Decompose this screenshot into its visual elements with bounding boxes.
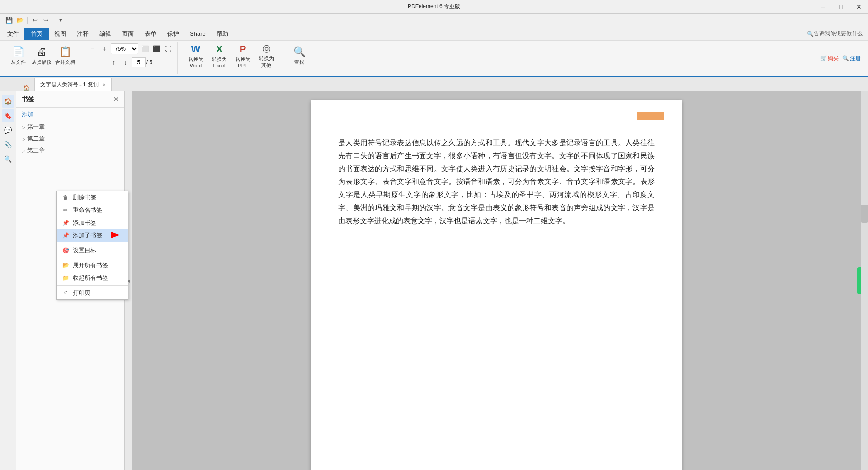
register-button[interactable]: 🔍 注册 <box>842 55 861 62</box>
from-file-label: 从文件 <box>11 59 26 66</box>
convert-buttons: W 转换为Word X 转换为Excel P 转换为PPT ◎ 转换为其他 <box>185 43 277 68</box>
ribbon: 📄 从文件 🖨 从扫描仪 📋 合并文档 − + 75% 50% 100% 125… <box>0 41 868 77</box>
ctx-delete-label: 删除书签 <box>73 193 96 202</box>
merge-docs-button[interactable]: 📋 合并文档 <box>54 43 76 68</box>
right-scrollbar[interactable] <box>861 91 868 470</box>
strip-attach-button[interactable]: 📎 <box>2 138 14 151</box>
redo-button[interactable]: ↪ <box>40 15 51 26</box>
strip-search-button[interactable]: 🔍 <box>2 153 14 165</box>
from-scanner-button[interactable]: 🖨 从扫描仪 <box>31 43 52 68</box>
full-screen-button[interactable]: ⛶ <box>163 43 174 54</box>
ribbon-group-search: 🔍 查找 <box>285 42 314 74</box>
ribbon-nav-buttons: − + 75% 50% 100% 125% 150% ⬜ ⬛ ⛶ <box>87 43 174 54</box>
zoom-select[interactable]: 75% 50% 100% 125% 150% <box>111 43 138 54</box>
rename-icon: ✏ <box>62 207 69 214</box>
add-icon: 📌 <box>62 219 69 226</box>
menu-file[interactable]: 文件 <box>2 28 24 40</box>
ctx-rename-label: 重命名书签 <box>73 206 102 214</box>
tab-add-button[interactable]: + <box>112 79 124 91</box>
window-title: PDFelement 6 专业版 <box>408 3 460 10</box>
expand-icon: ▷ <box>22 125 25 130</box>
undo-button[interactable]: ↩ <box>29 15 40 26</box>
save-button[interactable]: 💾 <box>4 15 14 26</box>
ribbon-group-nav: − + 75% 50% 100% 125% 150% ⬜ ⬛ ⛶ ↑ ↓ / 5 <box>84 42 178 74</box>
pdf-page: 是人类用符号记录表达信息以传之久远的方式和工具。现代文字大多是记录语言的工具。人… <box>311 100 682 470</box>
bookmark-item-chapter1[interactable]: ▷ 第一章 <box>16 121 124 133</box>
window-controls: ─ □ ✕ <box>814 0 868 14</box>
ppt-icon: P <box>240 43 246 55</box>
menu-share[interactable]: Share <box>184 28 211 39</box>
purchase-button[interactable]: 🛒 购买 <box>820 55 839 62</box>
register-icon: 🔍 <box>842 55 849 61</box>
bookmark-label: 第二章 <box>27 135 45 143</box>
from-file-button[interactable]: 📄 从文件 <box>7 43 29 68</box>
close-button[interactable]: ✕ <box>850 0 868 14</box>
ctx-collapse-all[interactable]: 📁 收起所有书签 <box>57 272 128 284</box>
menu-view[interactable]: 视图 <box>49 28 71 40</box>
search-icon: 🔍 <box>293 46 306 58</box>
menu-help[interactable]: 帮助 <box>211 28 234 40</box>
bookmark-item-chapter2[interactable]: ▷ 第二章 <box>16 133 124 145</box>
fit-width-button[interactable]: ⬛ <box>151 43 162 54</box>
scrollbar-thumb[interactable] <box>861 205 868 223</box>
search-button[interactable]: 🔍 查找 <box>288 43 310 68</box>
ctx-collapse-all-label: 收起所有书签 <box>73 274 108 282</box>
convert-to-excel-button[interactable]: X 转换为Excel <box>208 43 230 68</box>
sidebar-close-button[interactable]: ✕ <box>113 95 119 103</box>
ctx-delete-bookmark[interactable]: 🗑 删除书签 <box>57 191 128 204</box>
ctx-rename-bookmark[interactable]: ✏ 重命名书签 <box>57 204 128 216</box>
open-button[interactable]: 📂 <box>14 15 25 26</box>
ctx-set-target[interactable]: 🎯 设置目标 <box>57 244 128 257</box>
tab-document[interactable]: 文字是人类符号...1-复制 ✕ <box>34 78 112 91</box>
ctx-add-bookmark[interactable]: 📌 添加书签 <box>57 216 128 229</box>
register-label: 注册 <box>850 55 861 62</box>
next-page-button[interactable]: ↓ <box>120 57 131 68</box>
ribbon-group-file: 📄 从文件 🖨 从扫描仪 📋 合并文档 <box>4 42 80 74</box>
pdf-annotation <box>637 112 664 120</box>
menu-ask[interactable]: 🔍 告诉我你想要做什么 <box>803 30 866 38</box>
strip-bookmark-button[interactable]: 🔖 <box>2 109 14 122</box>
menu-page[interactable]: 页面 <box>117 28 139 40</box>
tab-bar-home[interactable]: 🏠 <box>18 85 34 91</box>
target-icon: 🎯 <box>62 247 69 254</box>
convert-to-other-button[interactable]: ◎ 转换为其他 <box>255 43 277 68</box>
expand-icon: ▷ <box>22 136 25 141</box>
zoom-in-button[interactable]: + <box>99 43 110 54</box>
convert-to-word-button[interactable]: W 转换为Word <box>185 43 207 68</box>
title-bar: PDFelement 6 专业版 ─ □ ✕ <box>0 0 868 14</box>
menu-form[interactable]: 表单 <box>139 28 162 40</box>
ctx-print-label: 打印页 <box>73 289 90 297</box>
fit-page-button[interactable]: ⬜ <box>139 43 150 54</box>
menu-edit[interactable]: 编辑 <box>94 28 117 40</box>
zoom-out-button[interactable]: − <box>87 43 98 54</box>
maximize-button[interactable]: □ <box>832 0 850 14</box>
add-child-icon: 📌 <box>62 232 69 239</box>
bookmark-item-chapter3[interactable]: ▷ 第三章 <box>16 145 124 156</box>
convert-ppt-label: 转换为PPT <box>236 56 250 68</box>
more-button[interactable]: ▾ <box>55 15 66 26</box>
pdf-text-content: 是人类用符号记录表达信息以传之久远的方式和工具。现代文字大多是记录语言的工具。人… <box>338 136 655 228</box>
ctx-separator <box>57 258 128 258</box>
menu-home[interactable]: 首页 <box>24 28 49 40</box>
merge-docs-icon: 📋 <box>59 46 71 58</box>
strip-home-button[interactable]: 🏠 <box>2 95 14 108</box>
convert-to-ppt-button[interactable]: P 转换为PPT <box>232 43 254 68</box>
menu-annotation[interactable]: 注释 <box>71 28 94 40</box>
strip-comment-button[interactable]: 💬 <box>2 124 14 136</box>
ask-label: 告诉我你想要做什么 <box>814 30 863 38</box>
menu-protect[interactable]: 保护 <box>162 28 184 40</box>
sidebar-title: 书签 <box>22 95 34 103</box>
right-accent-bar[interactable] <box>857 267 861 294</box>
minimize-button[interactable]: ─ <box>814 0 832 14</box>
ribbon-group-convert: W 转换为Word X 转换为Excel P 转换为PPT ◎ 转换为其他 <box>181 42 281 74</box>
ctx-expand-all[interactable]: 📂 展开所有书签 <box>57 259 128 272</box>
page-number-input[interactable] <box>132 57 146 67</box>
ctx-separator <box>57 243 128 243</box>
sidebar-add-button[interactable]: 添加 <box>16 108 124 121</box>
ctx-print-page[interactable]: 🖨 打印页 <box>57 287 128 299</box>
collapse-all-icon: 📁 <box>62 274 69 282</box>
from-scanner-icon: 🖨 <box>37 46 47 58</box>
prev-page-button[interactable]: ↑ <box>108 57 119 68</box>
tab-close-button[interactable]: ✕ <box>102 82 106 87</box>
tab-label: 文字是人类符号...1-复制 <box>40 81 99 89</box>
